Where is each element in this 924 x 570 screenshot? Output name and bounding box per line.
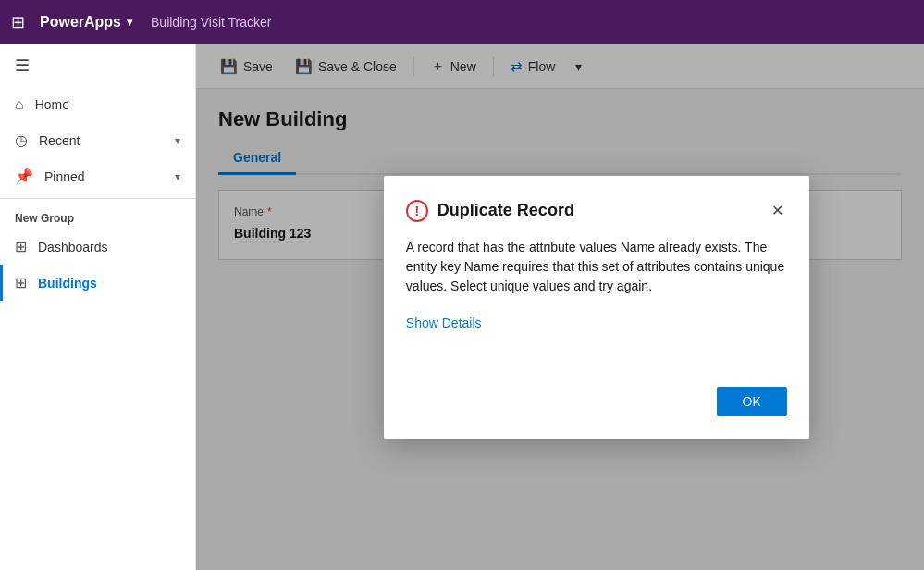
dialog-header: ! Duplicate Record ✕ bbox=[406, 198, 787, 223]
pinned-chevron-icon: ▾ bbox=[175, 170, 180, 183]
buildings-icon: ⊞ bbox=[15, 274, 27, 291]
app-name-label: PowerApps bbox=[40, 14, 121, 31]
recent-icon: ◷ bbox=[15, 131, 28, 149]
sidebar-item-pinned[interactable]: 📌 Pinned ▾ bbox=[0, 158, 195, 194]
top-bar: ⊞ PowerApps ▾ Building Visit Tracker bbox=[0, 0, 924, 44]
buildings-label: Buildings bbox=[38, 276, 97, 291]
ok-button[interactable]: OK bbox=[717, 387, 787, 416]
pinned-icon: 📌 bbox=[15, 167, 33, 185]
dialog-title: Duplicate Record bbox=[437, 201, 758, 220]
sidebar-item-dashboards[interactable]: ⊞ Dashboards bbox=[0, 229, 195, 265]
sidebar-item-recent[interactable]: ◷ Recent ▾ bbox=[0, 122, 195, 158]
dashboards-icon: ⊞ bbox=[15, 238, 27, 255]
sidebar-item-home[interactable]: ⌂ Home bbox=[0, 87, 195, 122]
dialog-error-icon: ! bbox=[406, 200, 428, 222]
main-content: 💾 Save 💾 Save & Close ＋ New ⇄ Flow ▾ bbox=[196, 44, 924, 570]
dialog-close-button[interactable]: ✕ bbox=[768, 198, 787, 223]
sidebar-divider bbox=[0, 198, 195, 199]
dashboards-label: Dashboards bbox=[38, 240, 108, 254]
recent-chevron-icon: ▾ bbox=[175, 134, 180, 147]
waffle-icon[interactable]: ⊞ bbox=[11, 12, 25, 32]
show-details-link[interactable]: Show Details bbox=[406, 316, 482, 330]
app-chevron-icon[interactable]: ▾ bbox=[127, 16, 132, 29]
page-name-label: Building Visit Tracker bbox=[151, 15, 271, 30]
dialog-body: A record that has the attribute values N… bbox=[406, 238, 787, 296]
dialog-show-details[interactable]: Show Details bbox=[406, 315, 787, 331]
hamburger-icon[interactable]: ☰ bbox=[0, 44, 195, 87]
main-layout: ☰ ⌂ Home ◷ Recent ▾ 📌 Pinned ▾ New Group… bbox=[0, 44, 924, 570]
app-title: PowerApps ▾ bbox=[40, 14, 132, 31]
sidebar: ☰ ⌂ Home ◷ Recent ▾ 📌 Pinned ▾ New Group… bbox=[0, 44, 196, 570]
duplicate-record-dialog: ! Duplicate Record ✕ A record that has t… bbox=[384, 176, 809, 439]
sidebar-group-label: New Group bbox=[0, 203, 195, 229]
dialog-footer: OK bbox=[406, 387, 787, 416]
home-icon: ⌂ bbox=[15, 96, 24, 113]
recent-label: Recent bbox=[39, 133, 80, 148]
pinned-label: Pinned bbox=[44, 169, 85, 184]
sidebar-item-buildings[interactable]: ⊞ Buildings bbox=[0, 265, 195, 301]
home-label: Home bbox=[35, 97, 69, 112]
